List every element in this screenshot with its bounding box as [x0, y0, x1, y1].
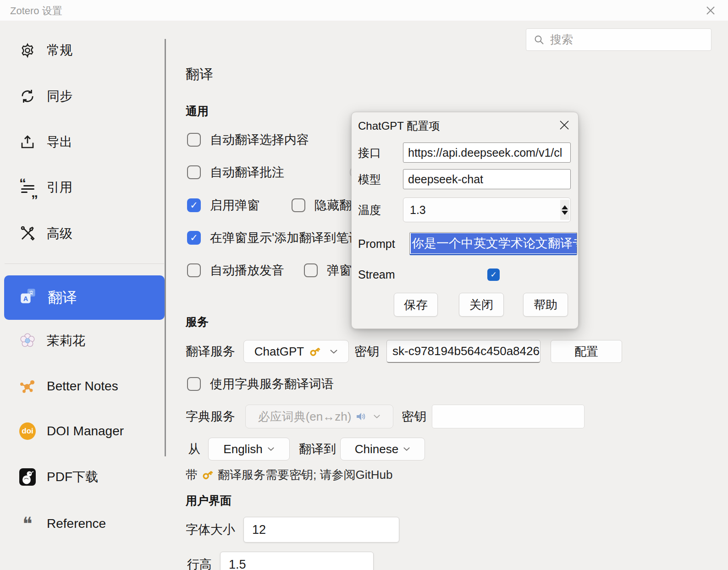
- sidebar-item-label: 翻译: [48, 288, 77, 308]
- spinner-down-icon[interactable]: [562, 211, 568, 215]
- sidebar-item-cite[interactable]: “ „ 引用: [0, 175, 163, 200]
- section-services: 服务: [186, 314, 209, 329]
- checkbox-unchecked[interactable]: [187, 133, 201, 147]
- translate-icon: A: [19, 287, 37, 308]
- help-button[interactable]: 帮助: [523, 293, 568, 317]
- key-icon: [306, 342, 324, 360]
- from-language-dropdown[interactable]: English: [208, 438, 290, 460]
- chevron-down-icon: [403, 447, 410, 451]
- prompt-input[interactable]: 你是一个中英文学术论文翻译专: [409, 232, 577, 255]
- language-row: 从 English 翻译到 Chinese: [188, 437, 425, 461]
- chevron-down-icon: [373, 414, 381, 419]
- stream-checkbox[interactable]: [487, 269, 500, 281]
- checkbox-row-auto-translate-selection[interactable]: 自动翻译选择内容: [187, 128, 309, 151]
- cite-icon: “ „: [19, 179, 36, 196]
- sidebar-item-general[interactable]: 常规: [0, 38, 163, 63]
- penguin-icon: [19, 469, 36, 485]
- pane-divider[interactable]: [165, 39, 166, 456]
- to-language-dropdown[interactable]: Chinese: [340, 438, 425, 460]
- sidebar-item-advanced[interactable]: 高级: [0, 221, 163, 247]
- sidebar-item-label: 同步: [47, 88, 72, 105]
- sync-icon: [19, 88, 36, 104]
- sidebar-item-label: PDF下载: [47, 468, 98, 486]
- font-size-input[interactable]: 12: [243, 517, 399, 543]
- endpoint-input[interactable]: https://api.deepseek.com/v1/cl: [403, 142, 571, 163]
- checkbox-row-auto-play[interactable]: 自动播放发音 弹窗中: [187, 259, 364, 282]
- dict-key-input[interactable]: [432, 405, 585, 428]
- tools-icon: [19, 225, 36, 242]
- checkbox-checked[interactable]: [187, 198, 201, 212]
- spinner-arrows[interactable]: [560, 200, 569, 220]
- checkbox-row-use-dict-service[interactable]: 使用字典服务翻译词语: [187, 373, 334, 395]
- sidebar-item-export[interactable]: 导出: [0, 129, 163, 155]
- spinner-up-icon[interactable]: [562, 205, 568, 209]
- sidebar-item-label: 高级: [47, 225, 72, 242]
- sidebar-item-pdf-download[interactable]: PDF下载: [0, 464, 163, 490]
- close-icon: [705, 5, 717, 16]
- sidebar-item-jasmine[interactable]: 茉莉花: [0, 328, 163, 354]
- sidebar-item-translate[interactable]: A 翻译: [4, 275, 165, 320]
- checkbox-unchecked[interactable]: [292, 198, 305, 212]
- key-required-note: 带 翻译服务需要密钥; 请参阅GitHub: [186, 466, 392, 483]
- jasmine-flower-icon: [19, 333, 36, 349]
- api-key-input[interactable]: sk-c978194b564c450a8426: [386, 340, 540, 363]
- section-ui: 用户界面: [186, 493, 232, 508]
- gear-icon: [19, 42, 36, 59]
- model-row: 模型 deepseek-chat: [358, 169, 381, 189]
- dict-service-row: 字典服务 必应词典(en↔zh) 密钥: [186, 405, 585, 428]
- chatgpt-config-dialog: ChatGPT 配置项 接口 https://api.deepseek.com/…: [351, 112, 579, 329]
- line-height-input[interactable]: 1.5: [220, 552, 374, 570]
- search-box[interactable]: [526, 28, 711, 51]
- sidebar-item-better-notes[interactable]: Better Notes: [0, 373, 163, 399]
- temperature-row: 温度 1.3: [358, 197, 381, 222]
- export-icon: [19, 134, 36, 150]
- checkbox-unchecked[interactable]: [187, 263, 201, 277]
- checkbox-unchecked[interactable]: [187, 377, 201, 391]
- svg-text:A: A: [23, 295, 28, 302]
- checkbox-checked[interactable]: [187, 231, 201, 245]
- temperature-spinner[interactable]: 1.3: [403, 197, 571, 222]
- chevron-down-icon: [267, 447, 275, 451]
- close-button[interactable]: 关闭: [459, 293, 504, 317]
- checkbox-unchecked[interactable]: [187, 165, 201, 179]
- endpoint-row: 接口 https://api.deepseek.com/v1/cl: [358, 142, 381, 163]
- dialog-close-button[interactable]: [555, 116, 574, 134]
- search-icon: [534, 34, 545, 45]
- translate-service-dropdown[interactable]: ChatGPT: [243, 340, 349, 363]
- model-input[interactable]: deepseek-chat: [403, 169, 571, 189]
- doi-icon-text: doi: [22, 427, 33, 436]
- checkbox-row-enable-popup[interactable]: 启用弹窗 隐藏翻译弹: [187, 194, 376, 217]
- quote-icon: ❝: [19, 515, 36, 532]
- sidebar-item-label: 引用: [47, 179, 72, 196]
- sidebar-item-reference[interactable]: ❝ Reference: [0, 511, 163, 537]
- window-close-button[interactable]: [701, 2, 720, 19]
- save-button[interactable]: 保存: [394, 293, 438, 317]
- search-input[interactable]: [550, 33, 701, 46]
- sidebar-item-label: 常规: [47, 42, 72, 59]
- key-icon: [199, 466, 216, 483]
- stream-row: Stream: [358, 265, 395, 284]
- sidebar-item-doi-manager[interactable]: doi DOI Manager: [0, 418, 163, 444]
- sidebar-separator: [5, 263, 164, 264]
- checkbox-row-show-add-to-note[interactable]: 在弹窗显示'添加翻译到笔记: [187, 226, 361, 249]
- dict-service-dropdown[interactable]: 必应词典(en↔zh): [245, 405, 393, 428]
- translate-service-row: 翻译服务 ChatGPT 密钥 sk-c978194b564c450a8426 …: [186, 340, 622, 363]
- close-icon: [558, 119, 570, 131]
- speaker-icon: [356, 411, 366, 422]
- sidebar-item-label: DOI Manager: [47, 424, 124, 438]
- chevron-down-icon: [330, 349, 338, 354]
- doi-icon: doi: [19, 423, 36, 439]
- sidebar-item-sync[interactable]: 同步: [0, 83, 163, 109]
- prompt-row: Prompt 你是一个中英文学术论文翻译专: [358, 232, 395, 255]
- zotero-settings-window: Zotero 设置 常规 同步 导出 “ „ 引: [0, 0, 728, 570]
- sidebar-item-label: 茉莉花: [47, 332, 85, 350]
- better-notes-icon: [19, 378, 36, 395]
- dialog-title: ChatGPT 配置项: [358, 119, 440, 133]
- page-title: 翻译: [186, 65, 213, 84]
- sidebar-item-label: 导出: [47, 133, 72, 151]
- config-button[interactable]: 配置: [551, 340, 622, 363]
- window-title: Zotero 设置: [10, 4, 62, 18]
- font-size-row: 字体大小 12: [186, 517, 399, 543]
- checkbox-unchecked[interactable]: [304, 263, 318, 277]
- sidebar-item-label: Better Notes: [47, 379, 118, 394]
